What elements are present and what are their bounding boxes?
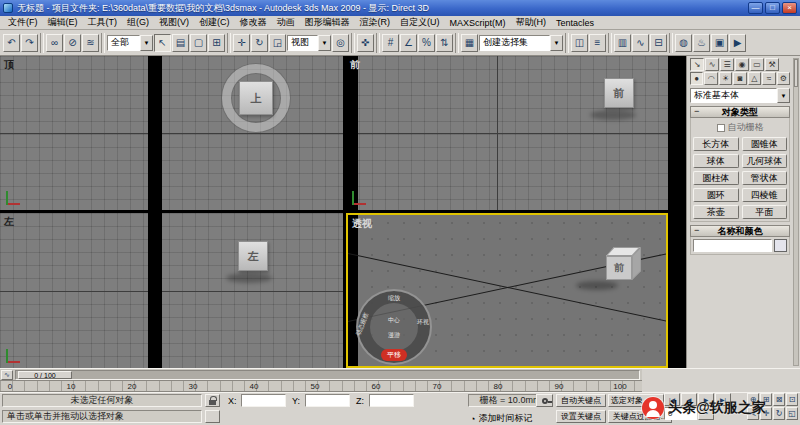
menu-item[interactable]: 自定义(U) <box>395 16 445 29</box>
select-and-scale-button[interactable]: ◲ <box>269 34 286 52</box>
select-and-manipulate-button[interactable]: ✜ <box>357 34 374 52</box>
arc-rotate-button[interactable]: ↻ <box>773 407 785 420</box>
viewport-front[interactable]: 前 前 <box>346 56 668 210</box>
chevron-down-icon[interactable]: ▼ <box>318 35 331 51</box>
menu-item[interactable]: 动画 <box>272 16 300 29</box>
object-type-button[interactable]: 长方体 <box>693 137 739 151</box>
tab-create[interactable]: ↘ <box>690 58 704 71</box>
object-type-button[interactable]: 管状体 <box>742 171 788 185</box>
object-type-button[interactable]: 圆锥体 <box>742 137 788 151</box>
undo-button[interactable]: ↶ <box>3 34 20 52</box>
category-space-warps[interactable]: ≈ <box>762 72 775 85</box>
collapse-icon[interactable]: − <box>694 106 699 116</box>
rectangular-selection-region-button[interactable]: ▢ <box>190 34 207 52</box>
time-slider-handle[interactable]: 0 / 100 <box>18 371 72 379</box>
object-type-rollout-header[interactable]: − 对象类型 <box>690 106 790 118</box>
wheel-center-wedge[interactable]: 中心 <box>388 316 400 325</box>
menu-item[interactable]: 组(G) <box>122 16 154 29</box>
category-systems[interactable]: ⚙ <box>777 72 790 85</box>
open-mini-curve-editor-button[interactable]: ∿ <box>1 370 13 380</box>
menu-item[interactable]: 视图(V) <box>154 16 194 29</box>
viewport-label-left[interactable]: 左 <box>4 215 14 229</box>
close-button[interactable]: × <box>782 2 797 14</box>
time-slider-track[interactable]: 0 / 100 <box>15 370 640 380</box>
quick-render-button[interactable]: ▶ <box>729 34 746 52</box>
wheel-zoom-wedge[interactable]: 缩放 <box>388 294 400 303</box>
category-shapes[interactable]: ◠ <box>704 72 717 85</box>
viewport-left[interactable]: 左 左 <box>0 213 343 368</box>
object-type-button[interactable]: 平面 <box>742 205 788 219</box>
category-geometry[interactable]: ● <box>690 72 703 85</box>
viewcube-3d[interactable]: 前 <box>600 247 646 289</box>
set-keys-button[interactable] <box>536 394 553 407</box>
steering-wheel[interactable]: 缩放 环视 动态观察 中心 漫游 平移 <box>356 289 432 365</box>
category-lights[interactable]: ☀ <box>719 72 732 85</box>
viewcube[interactable]: 左 <box>238 241 268 271</box>
category-cameras[interactable]: ◙ <box>733 72 746 85</box>
track-bar[interactable]: 0102030405060708090100 <box>0 380 642 392</box>
menu-item[interactable]: 文件(F) <box>3 16 43 29</box>
align-button[interactable]: ≡ <box>589 34 606 52</box>
object-type-button[interactable]: 几何球体 <box>742 154 788 168</box>
menu-item[interactable]: 编辑(E) <box>43 16 83 29</box>
wheel-pan-wedge-active[interactable]: 平移 <box>381 349 407 361</box>
object-type-button[interactable]: 四棱锥 <box>742 188 788 202</box>
viewport-perspective-active[interactable]: 透视 前 缩放 环视 动态观察 中心 漫游 平移 <box>346 213 668 368</box>
selection-filter-dropdown[interactable]: 全部▼ <box>107 35 153 51</box>
name-color-rollout-header[interactable]: − 名称和颜色 <box>690 225 790 237</box>
mirror-button[interactable]: ◫ <box>571 34 588 52</box>
named-selection-sets-dropdown[interactable]: 创建选择集▼ <box>479 35 563 51</box>
zoom-extents-all-button[interactable]: ⊡ <box>786 393 798 406</box>
window-crossing-button[interactable]: ⊞ <box>208 34 225 52</box>
viewcube[interactable]: 上 <box>239 81 273 115</box>
tab-motion[interactable]: ◉ <box>735 58 749 71</box>
snap-toggle-3d-button[interactable]: # <box>382 34 399 52</box>
wheel-walk-wedge[interactable]: 漫游 <box>388 331 400 340</box>
viewcube-front-face[interactable]: 前 <box>606 256 632 280</box>
menu-item[interactable]: MAXScript(M) <box>445 18 511 28</box>
viewport-top[interactable]: 顶 上 <box>0 56 343 210</box>
bind-to-space-warp-button[interactable]: ≋ <box>82 34 99 52</box>
tab-display[interactable]: ▭ <box>750 58 764 71</box>
maximize-button[interactable]: □ <box>765 2 780 14</box>
menu-item[interactable]: 帮助(H) <box>511 16 552 29</box>
isolate-mode-button[interactable] <box>205 410 220 423</box>
use-pivot-point-center-button[interactable]: ◎ <box>332 34 349 52</box>
object-type-button[interactable]: 茶壶 <box>693 205 739 219</box>
auto-key-button[interactable]: 自动关键点 <box>556 394 606 407</box>
menu-item[interactable]: 渲染(R) <box>355 16 396 29</box>
object-color-swatch[interactable] <box>774 239 787 252</box>
curve-editor-button[interactable]: ∿ <box>632 34 649 52</box>
set-key-button[interactable]: 设置关键点 <box>556 410 606 423</box>
maximize-viewport-button[interactable]: ◱ <box>786 407 798 420</box>
viewport-label-top[interactable]: 顶 <box>4 58 14 72</box>
chevron-down-icon[interactable]: ▼ <box>140 35 153 51</box>
menu-item[interactable]: Tentacles <box>551 18 599 28</box>
subcategory-dropdown[interactable]: 标准基本体 ▼ <box>690 88 790 103</box>
layer-manager-button[interactable]: ▥ <box>614 34 631 52</box>
select-and-move-button[interactable]: ✛ <box>233 34 250 52</box>
lock-selection-button[interactable] <box>205 394 220 407</box>
redo-button[interactable]: ↷ <box>21 34 38 52</box>
tab-modify[interactable]: ∿ <box>705 58 719 71</box>
object-type-button[interactable]: 圆柱体 <box>693 171 739 185</box>
object-name-input[interactable] <box>693 239 772 252</box>
command-panel-scrollbar[interactable] <box>793 58 799 366</box>
render-setup-button[interactable]: ♨ <box>693 34 710 52</box>
menu-item[interactable]: 创建(C) <box>194 16 235 29</box>
material-editor-button[interactable]: ◍ <box>675 34 692 52</box>
object-type-button[interactable]: 球体 <box>693 154 739 168</box>
x-coordinate-field[interactable] <box>241 394 286 407</box>
rendered-frame-window-button[interactable]: ▣ <box>711 34 728 52</box>
select-object-button[interactable]: ↖ <box>154 34 171 52</box>
schematic-view-button[interactable]: ⊟ <box>650 34 667 52</box>
wheel-look-wedge[interactable]: 环视 <box>417 318 429 327</box>
select-and-rotate-button[interactable]: ↻ <box>251 34 268 52</box>
viewport-label-front[interactable]: 前 <box>350 58 360 72</box>
minimize-button[interactable]: — <box>748 2 763 14</box>
tab-utilities[interactable]: ⚒ <box>765 58 779 71</box>
autogrid-checkbox[interactable] <box>717 124 725 132</box>
category-helpers[interactable]: △ <box>748 72 761 85</box>
viewport-label-perspective[interactable]: 透视 <box>352 217 372 231</box>
chevron-down-icon[interactable]: ▼ <box>777 88 790 103</box>
